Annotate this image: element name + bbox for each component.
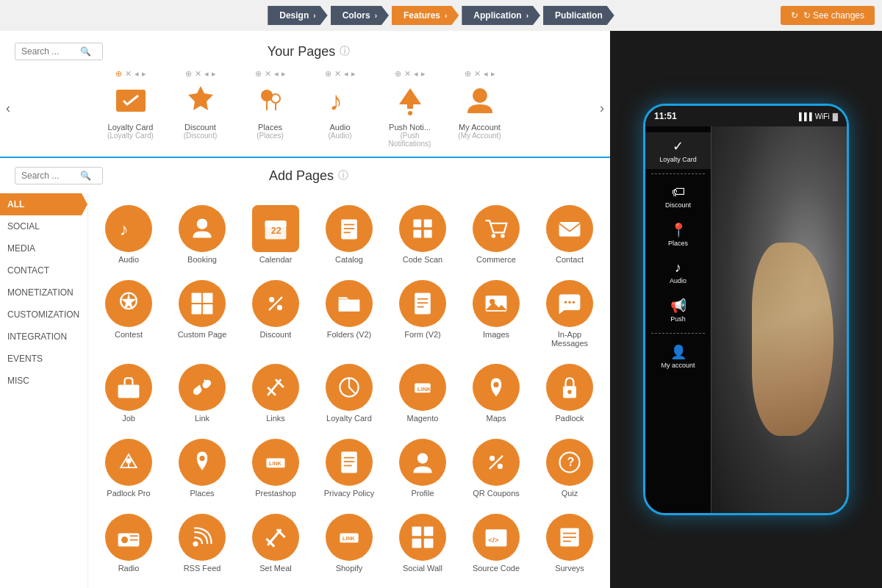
icon-prestashop[interactable]: LINK Prestashop xyxy=(243,434,309,502)
svg-rect-23 xyxy=(559,222,581,237)
icon-rssfeed[interactable]: RSS Feed xyxy=(169,509,235,577)
arrow-right-icon[interactable]: ▸ xyxy=(351,69,356,79)
svg-point-52 xyxy=(567,390,571,394)
page-item-myaccount[interactable]: ⊕ ✕ ◂ ▸ My Account (My Account) xyxy=(448,69,511,148)
padlock-icon xyxy=(546,364,593,411)
arrow-right-icon[interactable]: ▸ xyxy=(491,69,495,79)
icon-form[interactable]: Form (V2) xyxy=(390,276,456,352)
icon-codescan[interactable]: Code Scan xyxy=(390,201,456,268)
carousel-next[interactable]: › xyxy=(594,101,610,116)
arrow-left-icon[interactable]: ◂ xyxy=(135,69,139,79)
close-icon[interactable]: ✕ xyxy=(474,69,481,79)
icon-loyaltycard[interactable]: Loyalty Card xyxy=(316,359,382,427)
icon-booking[interactable]: Booking xyxy=(169,201,235,268)
close-icon[interactable]: ✕ xyxy=(265,69,271,79)
arrow-right-icon[interactable]: ▸ xyxy=(421,69,426,79)
close-icon[interactable]: ✕ xyxy=(404,69,411,79)
nav-features[interactable]: Features › xyxy=(392,6,459,25)
icon-maps[interactable]: Maps xyxy=(463,359,529,427)
icon-qrcoupons[interactable]: QR Coupons xyxy=(463,434,529,502)
arrow-left-icon[interactable]: ◂ xyxy=(204,69,209,79)
phone-nav-discount[interactable]: 🏷 Discount xyxy=(645,179,711,215)
icon-calendar[interactable]: 22 Calendar xyxy=(243,201,309,268)
cat-social[interactable]: SOCIAL xyxy=(0,215,87,237)
icon-links[interactable]: Links xyxy=(243,359,309,427)
phone-nav-places[interactable]: 📍 Places xyxy=(645,216,711,253)
icon-surveys[interactable]: Surveys xyxy=(537,509,603,577)
icon-weather[interactable]: Weather xyxy=(463,584,529,588)
arrow-right-icon[interactable]: ▸ xyxy=(212,69,216,79)
icon-radio[interactable]: Radio xyxy=(96,509,162,577)
phone-nav-loyalty[interactable]: ✓ Loyalty Card xyxy=(645,132,711,169)
arrow-right-icon[interactable]: ▸ xyxy=(282,69,286,79)
arrow-left-icon[interactable]: ◂ xyxy=(274,69,279,79)
icon-shopify[interactable]: LINK Shopify xyxy=(316,509,382,577)
icon-custompage[interactable]: Custom Page xyxy=(169,276,235,352)
nav-colors[interactable]: Colors › xyxy=(331,6,389,25)
icon-profile[interactable]: Profile xyxy=(390,434,456,502)
icon-link[interactable]: Link xyxy=(169,359,235,427)
icon-images[interactable]: Images xyxy=(463,276,529,352)
icon-twitter[interactable]: Twitter xyxy=(243,584,309,588)
cat-customization[interactable]: CUSTOMIZATION xyxy=(0,304,87,326)
arrow-right-icon[interactable]: ▸ xyxy=(142,69,146,79)
icon-privacypolicy[interactable]: Privacy Policy xyxy=(316,434,382,502)
icon-socialwall[interactable]: Social Wall xyxy=(390,509,456,577)
icon-contest[interactable]: Contest xyxy=(96,276,162,352)
cat-integration[interactable]: INTEGRATION xyxy=(0,326,87,348)
close-icon[interactable]: ✕ xyxy=(125,69,132,79)
icon-padlock[interactable]: Padlock xyxy=(537,359,603,427)
icon-volusion[interactable]: LINK Volusion xyxy=(390,584,456,588)
icon-sourcecode[interactable]: </> Source Code xyxy=(463,509,529,577)
cat-monetization[interactable]: MONETIZATION xyxy=(0,282,87,304)
icon-woocommerce[interactable]: WOO WooCommerce Link xyxy=(537,584,603,588)
icon-videos[interactable]: Videos xyxy=(316,584,382,588)
icon-magento[interactable]: LINK Magento xyxy=(390,359,456,427)
icon-contact[interactable]: Contact xyxy=(537,201,603,268)
see-changes-button[interactable]: ↻ ↻ See changes xyxy=(781,6,875,25)
close-icon[interactable]: ✕ xyxy=(195,69,201,79)
nav-design[interactable]: Design › xyxy=(268,6,327,25)
cat-misc[interactable]: MISC xyxy=(0,370,87,392)
icon-tipscalc[interactable]: Tips Calculator xyxy=(96,584,162,588)
icon-folders[interactable]: Folders (V2) xyxy=(316,276,382,352)
close-icon[interactable]: ✕ xyxy=(334,69,341,79)
icon-job[interactable]: Job xyxy=(96,359,162,427)
nav-publication[interactable]: Publication xyxy=(543,6,614,25)
icon-places[interactable]: Places xyxy=(169,434,235,502)
icon-inappmessages[interactable]: In-App Messages xyxy=(537,276,603,352)
cat-media[interactable]: MEDIA xyxy=(0,237,87,259)
svg-rect-80 xyxy=(412,539,422,548)
icon-topics[interactable]: Topics xyxy=(169,584,235,588)
nav-application[interactable]: Application › xyxy=(462,6,540,25)
add-pages-search-input[interactable] xyxy=(21,171,80,181)
icon-setmeal[interactable]: Set Meal xyxy=(243,509,309,577)
icon-padlockpro[interactable]: Padlock Pro xyxy=(96,434,162,502)
page-item-places[interactable]: ⊕ ✕ ◂ ▸ P xyxy=(239,69,301,148)
your-pages-section: 🔍 Your Pages ⓘ ‹ ⊕ ✕ ◂ xyxy=(0,31,610,158)
phone-nav-myaccount[interactable]: 👤 My account xyxy=(645,338,711,375)
arrow-left-icon[interactable]: ◂ xyxy=(484,69,488,79)
icon-quiz[interactable]: ? Quiz xyxy=(537,434,603,502)
your-pages-search-bar[interactable]: 🔍 xyxy=(15,43,103,60)
page-item-discount[interactable]: ⊕ ✕ ◂ ▸ Discount (Discount) xyxy=(169,69,232,148)
page-item-audio[interactable]: ⊕ ✕ ◂ ▸ ♪ Audio (Audio) xyxy=(309,69,371,148)
icon-commerce[interactable]: Commerce xyxy=(463,201,529,268)
left-panel: 🔍 Your Pages ⓘ ‹ ⊕ ✕ ◂ xyxy=(0,31,610,588)
page-item-push[interactable]: ⊕ ✕ ◂ ▸ Push Noti... xyxy=(379,69,441,148)
icon-catalog[interactable]: Catalog xyxy=(316,201,382,268)
add-pages-search-bar[interactable]: 🔍 xyxy=(15,167,103,184)
your-pages-search-input[interactable] xyxy=(21,46,80,57)
phone-nav-audio[interactable]: ♪ Audio xyxy=(645,254,711,290)
cat-contact[interactable]: CONTACT xyxy=(0,259,87,282)
arrow-left-icon[interactable]: ◂ xyxy=(344,69,348,79)
icon-audio[interactable]: ♪ Audio xyxy=(96,201,162,268)
icon-discount[interactable]: Discount xyxy=(243,276,309,352)
carousel-prev[interactable]: ‹ xyxy=(0,101,16,116)
svg-rect-5 xyxy=(407,104,413,109)
cat-events[interactable]: EVENTS xyxy=(0,348,87,370)
cat-all[interactable]: ALL xyxy=(0,193,87,215)
page-item-loyalty[interactable]: ⊕ ✕ ◂ ▸ Loyalty Card (Loyalty C xyxy=(99,69,162,148)
phone-nav-push[interactable]: 📢 Push xyxy=(645,292,711,329)
arrow-left-icon[interactable]: ◂ xyxy=(414,69,418,79)
